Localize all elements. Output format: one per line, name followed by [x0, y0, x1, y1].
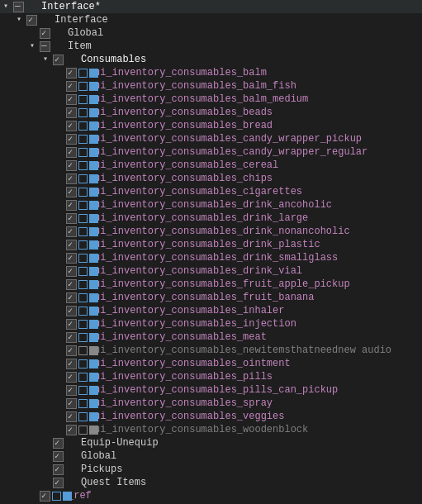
tree-checkbox[interactable] — [66, 147, 77, 158]
tree-checkbox[interactable] — [66, 68, 77, 78]
tree-row[interactable]: ui_inventory_consumables_pills — [0, 370, 422, 383]
tree-row[interactable]: ▾Interface — [0, 13, 422, 26]
tree-row[interactable]: ui_inventory_consumables_ointment — [0, 357, 422, 370]
tree-container[interactable]: ▾Interface*▾Interface Global▾Item▾Consum… — [0, 0, 422, 504]
tree-row[interactable]: Global — [0, 449, 422, 463]
tree-row[interactable]: ui_inventory_consumables_cereal — [0, 159, 422, 172]
tree-row[interactable]: ui_inventory_consumables_newitemsthatnee… — [0, 344, 422, 357]
tree-row[interactable]: ui_inventory_consumables_drink_plastic — [0, 238, 422, 251]
tree-checkbox[interactable] — [53, 438, 64, 449]
node-icon — [78, 80, 92, 92]
tree-item-label: Interface* — [41, 0, 101, 13]
tree-checkbox[interactable] — [66, 174, 77, 184]
tree-item-label: Quest Items — [81, 476, 146, 489]
tree-checkbox[interactable] — [66, 107, 77, 118]
tree-row[interactable]: ui_inventory_consumables_cigarettes — [0, 185, 422, 198]
tree-item-label: ui_inventory_consumables_drink_ancoholic — [94, 198, 332, 212]
tree-checkbox[interactable] — [40, 491, 50, 502]
tree-checkbox[interactable] — [66, 240, 77, 250]
tree-checkbox[interactable] — [66, 306, 77, 316]
tree-row[interactable]: ui_inventory_consumables_drink_smallglas… — [0, 251, 422, 264]
tree-checkbox[interactable] — [53, 464, 64, 475]
tree-row[interactable]: ▾Item — [0, 40, 422, 53]
node-gray-icon — [78, 424, 92, 435]
tree-row[interactable]: ui_inventory_consumables_woodenblock — [0, 423, 422, 436]
tree-checkbox[interactable] — [66, 279, 77, 290]
tree-item-label: ui_inventory_consumables_beads — [94, 106, 273, 119]
tree-row[interactable]: ▾Consumables — [0, 53, 422, 66]
tree-checkbox[interactable] — [66, 332, 77, 343]
tree-checkbox[interactable] — [66, 160, 77, 171]
tree-row[interactable]: ui_inventory_consumables_meat — [0, 330, 422, 344]
tree-row[interactable]: ui_inventory_consumables_drink_vial — [0, 264, 422, 278]
tree-checkbox[interactable] — [66, 187, 77, 197]
tree-checkbox[interactable] — [66, 411, 77, 422]
tree-checkbox[interactable] — [13, 2, 24, 12]
tree-row[interactable]: Quest Items — [0, 476, 422, 489]
tree-checkbox[interactable] — [40, 41, 50, 52]
node-icon — [78, 278, 92, 290]
tree-row[interactable]: ui_inventory_consumables_drink_ancoholic — [0, 198, 422, 212]
tree-checkbox[interactable] — [26, 15, 37, 26]
node-icon — [78, 239, 92, 250]
tree-row[interactable]: ui_inventory_consumables_balm_fish — [0, 79, 422, 93]
tree-row[interactable]: ui_inventory_consumables_chips — [0, 172, 422, 185]
tree-row[interactable]: ui_inventory_consumables_fruit_apple_pic… — [0, 278, 422, 291]
tree-checkbox[interactable] — [66, 94, 77, 105]
tree-checkbox[interactable] — [53, 55, 64, 65]
tree-row[interactable]: Global — [0, 26, 422, 40]
tree-checkbox[interactable] — [66, 319, 77, 330]
tree-row[interactable]: ui_inventory_consumables_inhaler — [0, 304, 422, 317]
tree-row[interactable]: ui_inventory_consumables_drink_nonancoho… — [0, 225, 422, 238]
node-icon — [78, 331, 92, 343]
tree-item-label: ui_inventory_consumables_pills — [94, 370, 273, 383]
expand-arrow[interactable]: ▾ — [17, 13, 26, 26]
node-icon — [78, 358, 92, 369]
tree-item-label: ui_inventory_consumables_chips — [94, 172, 273, 185]
tree-row[interactable]: ui_inventory_consumables_candy_wrapper_p… — [0, 132, 422, 145]
tree-checkbox[interactable] — [66, 372, 77, 383]
expand-arrow[interactable]: ▾ — [3, 0, 13, 13]
tree-item-label: ui_inventory_consumables_candy_wrapper_p… — [94, 132, 362, 145]
tree-row[interactable]: ui_inventory_consumables_balm — [0, 66, 422, 79]
tree-checkbox[interactable] — [66, 345, 77, 356]
tree-row[interactable]: ui_inventory_consumables_pills_can_picku… — [0, 383, 422, 397]
tree-row[interactable]: ui_inventory_consumables_balm_medium — [0, 93, 422, 106]
tree-checkbox[interactable] — [66, 81, 77, 92]
node-icon — [78, 93, 92, 105]
tree-checkbox[interactable] — [66, 385, 77, 396]
tree-row[interactable]: ▾Interface* — [0, 0, 422, 13]
tree-checkbox[interactable] — [66, 425, 77, 435]
tree-checkbox[interactable] — [66, 359, 77, 369]
tree-checkbox[interactable] — [66, 213, 77, 224]
expand-arrow[interactable]: ▾ — [30, 40, 40, 53]
tree-row[interactable]: ui_inventory_consumables_candy_wrapper_r… — [0, 145, 422, 159]
tree-checkbox[interactable] — [66, 200, 77, 211]
tree-row[interactable]: ui_inventory_consumables_spray — [0, 397, 422, 410]
expand-arrow[interactable]: ▾ — [43, 53, 53, 66]
tree-row[interactable]: ui_inventory_consumables_fruit_banana — [0, 291, 422, 304]
tree-checkbox[interactable] — [66, 121, 77, 131]
tree-row[interactable]: ui_inventory_consumables_injection — [0, 317, 422, 330]
tree-row[interactable]: ui_inventory_consumables_beads — [0, 106, 422, 119]
folder-icon — [26, 1, 39, 12]
tree-item-label: ui_inventory_consumables_balm — [94, 66, 267, 79]
tree-checkbox[interactable] — [53, 451, 64, 462]
tree-row[interactable]: Pickups — [0, 463, 422, 476]
tree-row[interactable]: ui_inventory_consumables_drink_large — [0, 212, 422, 225]
node-icon — [78, 146, 92, 158]
tree-checkbox[interactable] — [53, 478, 64, 488]
folder-icon — [65, 450, 78, 462]
tree-checkbox[interactable] — [66, 292, 77, 303]
tree-checkbox[interactable] — [66, 398, 77, 409]
tree-row[interactable]: ui_inventory_consumables_bread — [0, 119, 422, 132]
tree-checkbox[interactable] — [66, 226, 77, 237]
tree-item-label: ui_inventory_consumables_drink_smallglas… — [94, 251, 338, 264]
tree-row[interactable]: _ref — [0, 489, 422, 502]
tree-row[interactable]: Equip-Unequip — [0, 436, 422, 449]
tree-checkbox[interactable] — [66, 253, 77, 264]
tree-checkbox[interactable] — [66, 266, 77, 277]
tree-row[interactable]: ui_inventory_consumables_veggies — [0, 410, 422, 423]
tree-checkbox[interactable] — [40, 28, 50, 39]
tree-checkbox[interactable] — [66, 134, 77, 145]
